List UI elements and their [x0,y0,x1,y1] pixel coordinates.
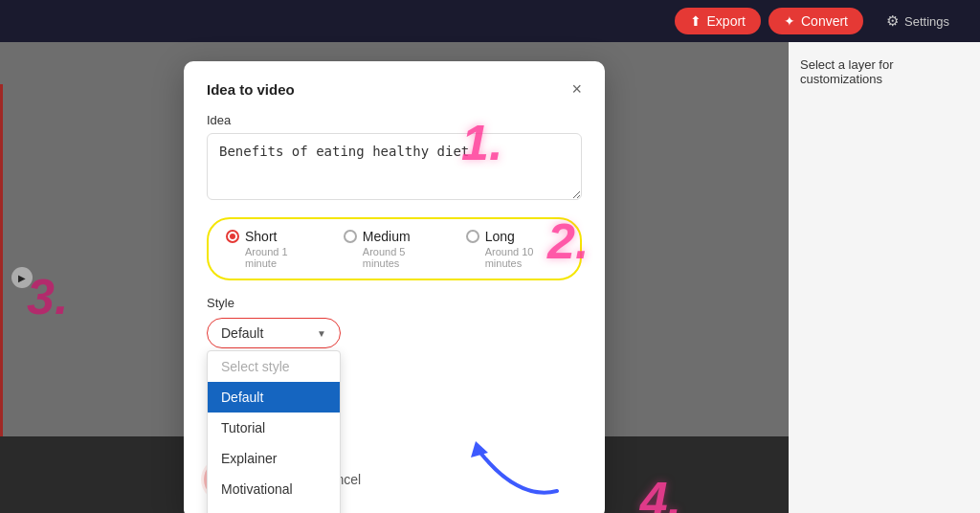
svg-marker-0 [471,441,488,457]
duration-medium[interactable]: Medium Around 5 minutes [344,229,435,269]
right-panel-hint: Select a layer for customizations [800,57,894,86]
convert-button[interactable]: ✦ Convert [768,8,863,34]
modal-title: Idea to video [207,81,295,98]
duration-group: Short Around 1 minute Medium Around 5 mi… [207,217,582,280]
chevron-down-icon: ▼ [317,328,326,339]
settings-button[interactable]: ⚙ Settings [871,7,965,35]
export-button[interactable]: ⬆ Export [675,8,761,34]
modal-close-button[interactable]: × [571,80,582,98]
idea-textarea[interactable]: Benefits of eating healthy diet [207,133,582,200]
duration-medium-label: Medium [363,229,411,244]
export-label: Export [707,13,746,29]
convert-label: Convert [801,13,848,29]
duration-long-label: Long [485,229,515,244]
settings-label: Settings [904,14,949,29]
style-dropdown-button[interactable]: Default ▼ [207,318,341,348]
right-panel: Select a layer for customizations [789,42,980,513]
dropdown-item-explainer[interactable]: Explainer [208,443,340,474]
idea-to-video-modal: Idea to video × Idea Benefits of eating … [184,61,605,513]
idea-label: Idea [207,113,582,127]
dropdown-item-tutorial[interactable]: Tutorial [208,413,340,443]
duration-short-sub: Around 1 minute [245,246,313,269]
style-dropdown-menu: Select style Default Tutorial Explainer … [207,350,341,513]
duration-short[interactable]: Short Around 1 minute [226,229,313,269]
convert-icon: ✦ [784,13,795,29]
style-wrapper: Default ▼ Select style Default Tutorial … [207,318,582,348]
radio-short[interactable] [226,230,239,243]
modal-overlay: Idea to video × Idea Benefits of eating … [0,42,789,436]
dropdown-item-informational[interactable]: Informational [208,504,340,513]
radio-long[interactable] [466,230,479,243]
duration-short-label: Short [245,229,277,244]
upload-icon: ⬆ [690,13,702,29]
gear-icon: ⚙ [886,12,899,30]
dropdown-header-item: Select style [208,351,340,382]
dropdown-item-default[interactable]: Default [208,382,340,413]
radio-medium[interactable] [344,230,357,243]
dropdown-item-motivational[interactable]: Motivational [208,474,340,504]
arrow-annotation [423,414,595,510]
duration-long-sub: Around 10 minutes [485,246,563,269]
duration-long[interactable]: Long Around 10 minutes [466,229,563,269]
style-selected-value: Default [221,325,263,341]
style-label: Style [207,296,582,310]
topbar: ⬆ Export ✦ Convert ⚙ Settings [0,0,980,42]
modal-header: Idea to video × [207,80,582,98]
duration-medium-sub: Around 5 minutes [363,246,435,269]
